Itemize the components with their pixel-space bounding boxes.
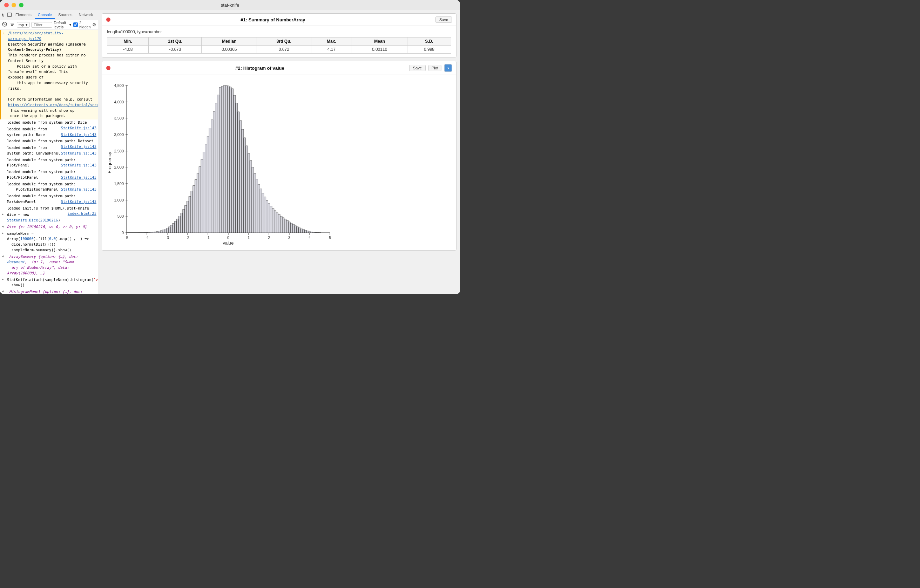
svg-text:-2: -2 xyxy=(186,236,190,240)
tab-console[interactable]: Console xyxy=(35,11,55,19)
input-arrow: ▶ xyxy=(2,212,3,217)
log-line-histogrampanel: loaded module from system path: Plot/His… xyxy=(0,181,98,194)
output-arrow-2: ◀ xyxy=(2,254,3,259)
summary-table-header-row: Min. 1st Qu. Median 3rd Qu. Max. Mean S.… xyxy=(107,37,451,45)
tab-elements[interactable]: Elements xyxy=(13,11,34,19)
statknife-link-8[interactable]: StatKnife.js:143 xyxy=(61,199,96,205)
inspect-icon[interactable] xyxy=(7,11,12,19)
statknife-link-2[interactable]: StatKnife.js:143 xyxy=(61,132,96,138)
window-title: stat-knife xyxy=(221,2,240,8)
svg-text:4: 4 xyxy=(309,236,311,240)
titlebar-buttons xyxy=(4,3,23,7)
input-dice: ▶ dice = new StatKnife.Dice(20190216) xyxy=(0,212,98,224)
col-median: Median xyxy=(202,37,257,45)
col-3rdqu: 3rd Qu. xyxy=(257,37,311,45)
maximize-button[interactable] xyxy=(19,3,23,7)
output-histogrampanel: ◀ HistogramPanel {option: {…}, doc: docu… xyxy=(0,289,98,294)
tab-sources[interactable]: Sources xyxy=(55,11,75,19)
warning-icon: ⚠ xyxy=(2,31,5,36)
plot-dropdown-button[interactable]: ▾ xyxy=(444,64,452,72)
summary-table: Min. 1st Qu. Median 3rd Qu. Max. Mean S.… xyxy=(107,37,451,53)
devtools-panel: Elements Console Sources Network » ⚠ 1 ⋮… xyxy=(0,10,98,294)
output-arrow-3: ◀ xyxy=(2,289,3,294)
log-line-dataset: loaded module from system path: Dataset … xyxy=(0,138,98,145)
val-3rdqu: 0.672 xyxy=(257,45,311,53)
svg-text:2,500: 2,500 xyxy=(114,149,124,153)
svg-text:2: 2 xyxy=(268,236,270,240)
clear-console-icon[interactable] xyxy=(2,21,8,28)
log-line-initjs: loaded init.js from $HOME/.stat-knife in… xyxy=(0,205,98,212)
devtools-tabs: Elements Console Sources Network » ⚠ 1 ⋮… xyxy=(0,10,98,20)
col-1stqu: 1st Qu. xyxy=(149,37,202,45)
histogram-plot-button[interactable]: Plot xyxy=(428,65,441,71)
svg-line-3 xyxy=(3,23,6,25)
svg-rect-5 xyxy=(11,24,14,25)
svg-text:3,500: 3,500 xyxy=(114,116,124,120)
svg-text:-1: -1 xyxy=(206,236,210,240)
summary-card-title: #1: Summary of NumberArray xyxy=(113,17,432,23)
y-axis: 0 500 1,000 1,500 2,000 xyxy=(114,83,128,235)
svg-text:500: 500 xyxy=(117,214,124,218)
svg-text:3,000: 3,000 xyxy=(114,132,124,137)
val-1stqu: -0.673 xyxy=(149,45,202,53)
histogram-card-header: #2: Histogram of value Save Plot ▾ xyxy=(102,61,456,75)
log-line-plotpanel: loaded module from system path: Plot/Pan… xyxy=(0,157,98,169)
log-line-canvaspanel: loaded module from system path: CanvasPa… xyxy=(0,145,98,157)
settings-icon[interactable]: ⚙ xyxy=(92,22,96,27)
svg-text:-5: -5 xyxy=(125,236,128,240)
y-axis-label: Frequency xyxy=(107,152,112,173)
svg-text:1: 1 xyxy=(248,236,249,240)
filter-input[interactable] xyxy=(31,22,52,28)
log-line-plotplotpanel: loaded module from system path: Plot/Plo… xyxy=(0,169,98,181)
histogram-bars xyxy=(128,86,321,233)
minimize-button[interactable] xyxy=(11,3,16,7)
svg-rect-6 xyxy=(11,25,13,26)
input-arrow-3: ▶ xyxy=(2,277,3,282)
output-dice: ◀ Dice {x: 20190216, w: 0, z: 0, y: 0} xyxy=(0,224,98,231)
statknife-link-5[interactable]: StatKnife.js:143 xyxy=(61,163,96,168)
right-panel: #1: Summary of NumberArray Save length=1… xyxy=(98,10,460,294)
statknife-link-6[interactable]: StatKnife.js:143 xyxy=(61,175,96,181)
close-button[interactable] xyxy=(4,3,9,7)
titlebar: stat-knife xyxy=(0,0,460,10)
security-link[interactable]: https://electronjs.org/docs/tutorial/sec… xyxy=(8,103,98,107)
warning-file-link[interactable]: /Users/hiro/src/stat…ity-warnings.js:170 xyxy=(8,31,63,40)
val-min: -4.08 xyxy=(107,45,149,53)
svg-text:4,000: 4,000 xyxy=(114,100,124,104)
summary-card-body: length=100000, type=number Min. 1st Qu. … xyxy=(102,26,456,57)
svg-text:1,500: 1,500 xyxy=(114,181,124,186)
input-histogram: ▶ StatKnife.attach(sampleNorm).histogram… xyxy=(0,277,98,289)
summary-card: #1: Summary of NumberArray Save length=1… xyxy=(102,13,457,58)
output-arraysummary: ◀ ArraySummary {option: {…}, doc: docume… xyxy=(0,254,98,277)
statknife-link-7[interactable]: StatKnife.js:143 xyxy=(61,187,96,192)
svg-text:0: 0 xyxy=(227,236,229,240)
summary-table-data-row: -4.08 -0.673 0.00365 0.672 4.17 0.00110 … xyxy=(107,45,451,53)
svg-text:value: value xyxy=(223,241,233,246)
val-sd: 0.998 xyxy=(407,45,451,53)
svg-text:1,000: 1,000 xyxy=(114,198,124,202)
levels-checkbox[interactable] xyxy=(73,23,78,27)
summary-save-button[interactable]: Save xyxy=(436,16,452,23)
context-selector[interactable]: top ▼ xyxy=(17,22,30,28)
svg-text:-3: -3 xyxy=(165,236,169,240)
histogram-save-button[interactable]: Save xyxy=(409,65,426,71)
summary-card-header: #1: Summary of NumberArray Save xyxy=(102,14,456,26)
statknife-link-4[interactable]: StatKnife.js:143 xyxy=(61,151,96,156)
red-dot-histogram xyxy=(106,66,110,70)
input-arrow-2: ▶ xyxy=(2,231,3,236)
summary-info: length=100000, type=number xyxy=(107,29,451,34)
cursor-icon[interactable] xyxy=(2,11,6,19)
x-axis: -5 -4 -3 -2 -1 0 1 2 xyxy=(125,233,331,246)
console-warning-line: ⚠ /Users/hiro/src/stat…ity-warnings.js:1… xyxy=(0,30,98,120)
svg-rect-0 xyxy=(7,13,11,16)
col-min: Min. xyxy=(107,37,149,45)
input-samplenorm: ▶ sampleNorm = Array(100000).fill(0.0).m… xyxy=(0,231,98,254)
histogram-card: #2: Histogram of value Save Plot ▾ Frequ… xyxy=(102,61,457,250)
svg-text:2,000: 2,000 xyxy=(114,165,124,169)
filter-expand-icon[interactable] xyxy=(9,21,15,28)
output-arrow: ◀ xyxy=(2,224,3,229)
val-mean: 0.00110 xyxy=(352,45,407,53)
log-line-dice: loaded module from system path: Dice Sta… xyxy=(0,120,98,126)
tab-network[interactable]: Network xyxy=(76,11,96,19)
levels-button[interactable]: Default levels ▼ xyxy=(53,21,72,29)
